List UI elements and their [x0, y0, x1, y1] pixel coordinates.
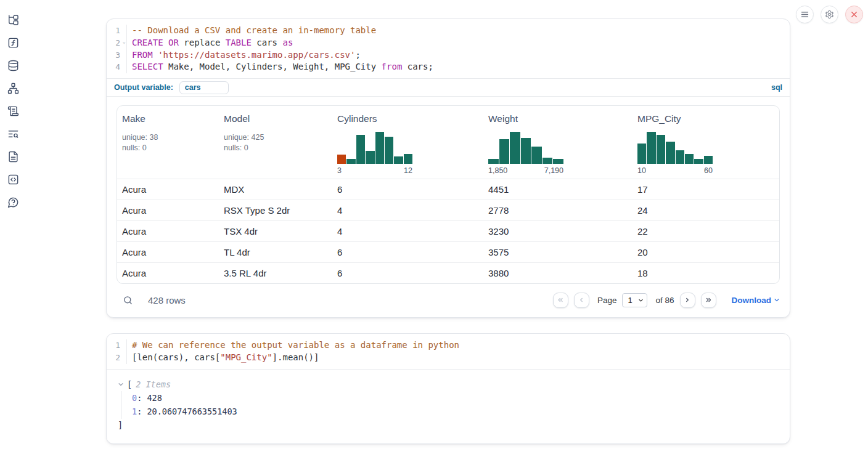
table-cell: RSX Type S 2dr — [219, 200, 332, 220]
table-cell: Acura — [117, 263, 219, 283]
column-header-make[interactable]: Makeunique: 38nulls: 0 — [117, 106, 219, 179]
histogram-bar — [666, 142, 674, 164]
dependency-graph-icon[interactable] — [7, 82, 19, 94]
table-cell: Acura — [117, 242, 219, 262]
code-token: ].mean()] — [272, 352, 319, 362]
tree-item[interactable]: 0: 428 — [132, 391, 780, 405]
database-icon[interactable] — [7, 59, 19, 71]
download-label: Download — [732, 296, 772, 305]
table-cell: 6 — [332, 179, 483, 200]
table-cell: 6 — [332, 242, 483, 262]
table-row[interactable]: AcuraTSX 4dr4323022 — [117, 220, 779, 241]
table-row[interactable]: AcuraTL 4dr6357520 — [117, 241, 779, 262]
language-badge: sql — [771, 83, 782, 92]
scratchpad-scroll-icon[interactable] — [7, 105, 19, 117]
last-page-button[interactable] — [701, 293, 716, 308]
column-header-weight[interactable]: Weight1,8507,190 — [483, 106, 633, 179]
histogram-axis-labels: 312 — [337, 166, 412, 175]
previous-page-button[interactable] — [574, 293, 589, 308]
page-select-value: 1 — [628, 296, 632, 305]
histogram-bar — [356, 135, 365, 164]
code-line[interactable]: 1-- Download a CSV and create an in-memo… — [107, 25, 790, 37]
code-text: # We can reference the output variable a… — [127, 339, 459, 352]
column-histogram[interactable]: 1060 — [637, 132, 713, 175]
snippets-icon[interactable] — [7, 173, 19, 185]
histogram-bar — [521, 138, 531, 164]
table-cell: 4 — [332, 200, 483, 220]
menu-button[interactable] — [796, 6, 814, 23]
output-variable-input[interactable] — [179, 81, 229, 94]
code-token: ; — [355, 50, 360, 60]
log-search-icon[interactable] — [7, 127, 19, 140]
sql-cell: 1-- Download a CSV and create an in-memo… — [106, 18, 790, 318]
file-tree-icon[interactable] — [7, 14, 19, 26]
column-header-cylinders[interactable]: Cylinders312 — [332, 106, 483, 179]
column-header-model[interactable]: Modelunique: 425nulls: 0 — [219, 106, 332, 179]
table-cell: 24 — [633, 200, 779, 220]
table-row[interactable]: AcuraRSX Type S 2dr4277824 — [117, 200, 779, 220]
table-cell: 3.5 RL 4dr — [219, 263, 332, 283]
histogram-bar — [531, 147, 542, 164]
page-select[interactable]: 1 — [622, 293, 647, 307]
line-number: 4 — [107, 61, 127, 73]
help-icon[interactable] — [7, 196, 19, 208]
code-token: 'https://datasets.marimo.app/cars.csv' — [158, 50, 355, 60]
output-variable-row: Output variable: sql — [107, 78, 790, 97]
code-line[interactable]: 3FROM 'https://datasets.marimo.app/cars.… — [107, 49, 790, 62]
shutdown-button[interactable] — [845, 6, 863, 23]
first-page-button[interactable] — [553, 293, 568, 308]
code-line[interactable]: 4SELECT Make, Model, Cylinders, Weight, … — [107, 61, 790, 73]
tree-item[interactable]: 1: 20.060747663551403 — [132, 405, 780, 419]
column-histogram[interactable]: 312 — [337, 132, 412, 175]
output-variable-label: Output variable: — [114, 83, 173, 92]
code-token: OR — [168, 38, 179, 47]
tree-item-key: 0 — [132, 393, 137, 403]
histogram-bar — [637, 144, 646, 164]
search-icon[interactable] — [123, 295, 133, 305]
code-text: SELECT Make, Model, Cylinders, Weight, M… — [127, 61, 433, 73]
code-text: [len(cars), cars["MPG_City"].mean()] — [127, 352, 319, 364]
document-icon[interactable] — [7, 150, 19, 163]
code-token: cars — [252, 38, 283, 47]
table-cell: 2778 — [483, 200, 633, 220]
tree-summary: 2 Items — [136, 378, 171, 391]
code-line[interactable]: 2[len(cars), cars["MPG_City"].mean()] — [107, 352, 790, 364]
python-code-editor[interactable]: 1# We can reference the output variable … — [107, 334, 790, 369]
table-row[interactable]: AcuraMDX6445117 — [117, 179, 779, 200]
code-token: from — [382, 62, 403, 71]
chevron-down-icon[interactable] — [118, 381, 124, 387]
code-token: as — [282, 38, 293, 47]
histogram-bar — [510, 132, 520, 164]
code-token: FROM — [132, 50, 153, 60]
code-line[interactable]: 2⌄CREATE OR replace TABLE cars as — [107, 37, 790, 49]
page-total-label: of 86 — [655, 296, 674, 305]
code-line[interactable]: 1# We can reference the output variable … — [107, 339, 790, 352]
histogram-bar — [542, 158, 553, 164]
column-header-mpg_city[interactable]: MPG_City1060 — [633, 106, 779, 179]
histogram-bar — [404, 154, 412, 164]
histogram-bar — [499, 139, 510, 164]
column-histogram[interactable]: 1,8507,190 — [488, 132, 563, 175]
download-button[interactable]: Download — [732, 296, 780, 305]
next-page-button[interactable] — [680, 293, 695, 308]
tree-item-key: 1 — [132, 407, 137, 416]
table-cell: Acura — [117, 179, 219, 200]
column-name: Make — [122, 113, 214, 124]
sql-code-editor[interactable]: 1-- Download a CSV and create an in-memo… — [107, 19, 790, 78]
table-row[interactable]: Acura3.5 RL 4dr6388018 — [117, 262, 779, 283]
histogram-bars — [488, 132, 563, 164]
sidebar — [0, 0, 26, 449]
settings-button[interactable] — [821, 6, 838, 23]
histogram-bar — [375, 132, 384, 164]
code-token: CREATE — [132, 38, 163, 47]
table-cell: 3880 — [483, 263, 633, 283]
histogram-bar — [704, 156, 713, 164]
table-cell: TL 4dr — [219, 242, 332, 262]
tree-root-row[interactable]: [ 2 Items — [118, 378, 780, 391]
function-square-icon[interactable] — [7, 36, 19, 49]
code-token: [len(cars), cars[ — [132, 352, 220, 362]
fold-chevron-icon[interactable]: ⌄ — [123, 39, 126, 44]
code-text: CREATE OR replace TABLE cars as — [127, 37, 293, 49]
tree-item-value: : 428 — [137, 393, 162, 403]
line-number: 2⌄ — [107, 37, 127, 49]
